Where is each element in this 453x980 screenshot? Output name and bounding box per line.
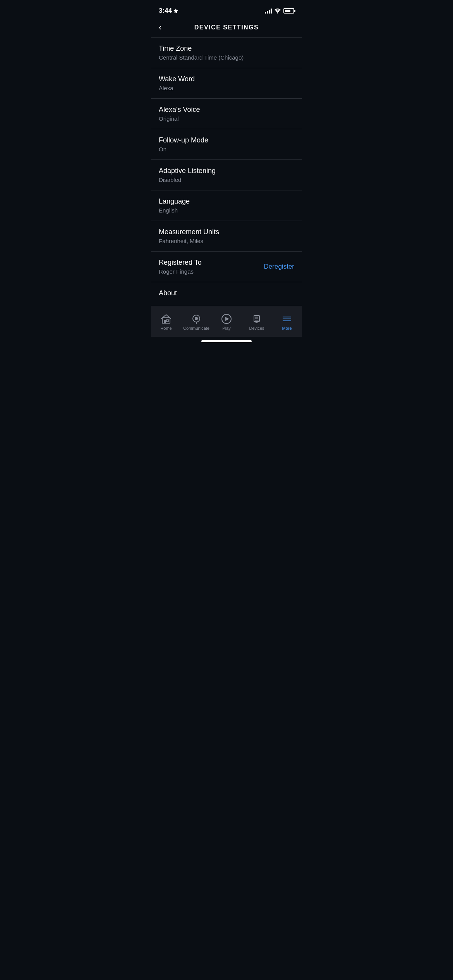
page-title: DEVICE SETTINGS: [194, 24, 259, 31]
battery-icon: [283, 8, 294, 14]
settings-item-time-zone[interactable]: Time Zone Central Standard Time (Chicago…: [151, 38, 302, 68]
settings-item-adaptive-listening[interactable]: Adaptive Listening Disabled: [151, 160, 302, 190]
settings-item-registered-to[interactable]: Registered To Roger Fingas Deregister: [151, 252, 302, 282]
deregister-button[interactable]: Deregister: [264, 263, 294, 271]
svg-rect-9: [255, 317, 258, 319]
home-bar: [151, 337, 302, 345]
status-time: 3:44: [159, 7, 178, 15]
nav-item-play[interactable]: Play: [211, 314, 242, 331]
nav-item-communicate[interactable]: Communicate: [181, 314, 211, 331]
nav-label-communicate: Communicate: [183, 326, 209, 331]
home-icon: [161, 314, 172, 324]
nav-label-home: Home: [160, 326, 172, 331]
devices-icon: [251, 314, 262, 324]
svg-rect-1: [162, 318, 170, 323]
settings-item-follow-up-mode[interactable]: Follow-up Mode On: [151, 129, 302, 159]
settings-item-wake-word[interactable]: Wake Word Alexa: [151, 68, 302, 98]
settings-item-alexas-voice[interactable]: Alexa's Voice Original: [151, 99, 302, 129]
settings-item-about[interactable]: About: [151, 282, 302, 306]
bottom-navigation: Home Communicate Play: [151, 306, 302, 337]
status-bar: 3:44: [151, 0, 302, 19]
nav-item-devices[interactable]: Devices: [242, 314, 272, 331]
nav-label-more: More: [282, 326, 292, 331]
status-icons: [265, 8, 294, 14]
svg-point-5: [195, 317, 198, 320]
page-header: ‹ DEVICE SETTINGS: [151, 19, 302, 37]
wifi-icon: [274, 8, 281, 14]
svg-rect-2: [164, 320, 166, 323]
svg-marker-7: [225, 317, 229, 321]
svg-point-0: [277, 12, 278, 14]
nav-label-devices: Devices: [249, 326, 264, 331]
play-icon: [221, 314, 232, 324]
settings-item-language[interactable]: Language English: [151, 190, 302, 221]
communicate-icon: [191, 314, 202, 324]
nav-item-home[interactable]: Home: [151, 314, 181, 331]
settings-item-measurement-units[interactable]: Measurement Units Fahrenheit, Miles: [151, 221, 302, 251]
more-icon: [281, 314, 292, 324]
nav-label-play: Play: [222, 326, 230, 331]
settings-list: Time Zone Central Standard Time (Chicago…: [151, 38, 302, 306]
location-icon: [173, 9, 178, 13]
back-button[interactable]: ‹: [159, 22, 161, 33]
nav-item-more[interactable]: More: [272, 314, 302, 331]
svg-rect-3: [166, 320, 168, 322]
signal-strength-icon: [265, 8, 272, 14]
